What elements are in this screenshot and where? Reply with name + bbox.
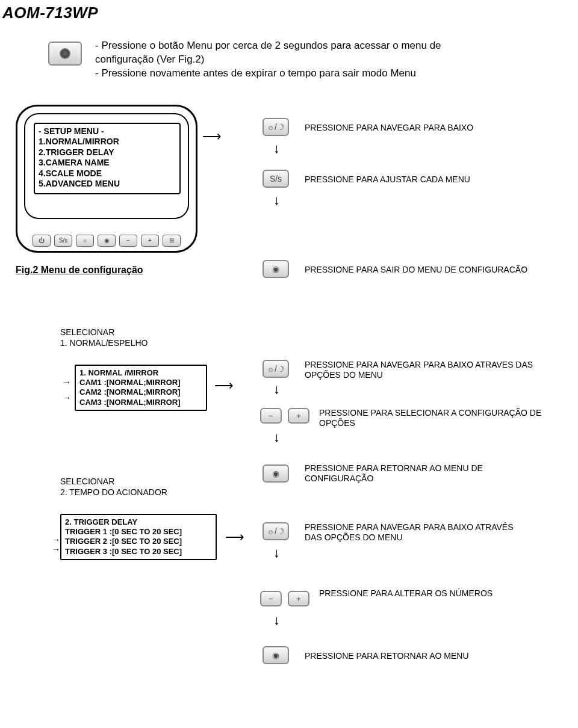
plus-icon: + — [141, 235, 159, 247]
setup-menu-header: - SETUP MENU - — [39, 126, 176, 137]
minus-button-icon: − — [260, 591, 282, 606]
brightness-button-icon: ☼/☽ — [263, 118, 289, 136]
arrow-right-icon: → — [63, 392, 71, 403]
arrow-right-icon: → — [63, 377, 71, 387]
select-item-2: 2. TEMPO DO ACIONADOR — [60, 487, 167, 497]
brightness-icon: ☼ — [76, 235, 94, 247]
intro-text: - Pressione o botão Menu por cerca de 2 … — [95, 39, 468, 81]
select-label-1: SELECIONAR — [60, 327, 114, 337]
menu-icon: ◉ — [98, 235, 116, 247]
legend-select-options: PRESSIONE PARA SELECIONAR A CONFIGURAÇÃO… — [319, 408, 548, 429]
menu-exit-button-icon: ◉ — [263, 260, 289, 278]
ss-button-icon: S/s — [263, 170, 289, 188]
plus-button-icon: + — [288, 408, 309, 424]
arrow-down-icon: ↓ — [273, 141, 280, 156]
power-icon: ⏻ — [33, 235, 51, 247]
intro-block: - Pressione o botão Menu por cerca de 2 … — [48, 39, 578, 81]
nm-cam3: CAM3 :[NORMAL;MIRROR] — [79, 398, 202, 407]
td-2: TRIGGER 2 :[0 SEC TO 20 SEC] — [65, 537, 212, 546]
plus-button-icon: + — [288, 591, 309, 606]
nm-cam2: CAM2 :[NORMAL;MIRROR] — [79, 387, 202, 397]
setup-menu-box: - SETUP MENU - 1.NORMAL/MIRROR 2.TRIGGER… — [34, 123, 181, 194]
setup-menu-item: 2.TRIGGER DELAY — [39, 147, 176, 158]
legend-exit-config: PRESSIONE PARA SAIR DO MENU DE CONFIGURA… — [305, 265, 527, 276]
page-title: AOM-713WP — [0, 0, 578, 22]
figure-caption: Fig.2 Menu de configuração — [16, 265, 143, 276]
td-title: 2. TRIGGER DELAY — [65, 517, 212, 527]
monitor-button-bar: ⏻ S/s ☼ ◉ − + ⊞ — [16, 235, 197, 247]
nm-title: 1. NORMAL /MIRROR — [79, 368, 202, 378]
ss-icon: S/s — [54, 235, 72, 247]
arrow-right-icon: ⟶ — [214, 378, 234, 393]
trigger-delay-box: 2. TRIGGER DELAY TRIGGER 1 :[0 SEC TO 20… — [60, 514, 217, 560]
setup-menu-item: 3.CAMERA NAME — [39, 158, 176, 168]
legend-return-menu: PRESSIONE PARA RETORNAR AO MENU — [305, 651, 469, 662]
grid-icon: ⊞ — [163, 235, 181, 247]
menu-button-icon — [48, 42, 82, 66]
legend-change-numbers: PRESSIONE PARA ALTERAR OS NÚMEROS — [319, 588, 500, 599]
menu-return-button-icon: ◉ — [263, 464, 289, 483]
intro-line-1: - Pressione o botão Menu por cerca de 2 … — [95, 39, 468, 67]
intro-line-2: - Pressione novamente antes de expirar o… — [95, 67, 468, 81]
arrow-down-icon: ↓ — [273, 545, 280, 561]
arrow-right-icon: → — [52, 544, 60, 555]
arrow-down-icon: ↓ — [273, 381, 280, 397]
arrow-down-icon: ↓ — [273, 193, 280, 208]
legend-adjust-menu: PRESSIONE PARA AJUSTAR CADA MENU — [305, 174, 470, 185]
td-1: TRIGGER 1 :[0 SEC TO 20 SEC] — [65, 527, 212, 537]
arrow-down-icon: ↓ — [273, 430, 280, 445]
minus-icon: − — [119, 235, 137, 247]
menu-return-button-icon: ◉ — [263, 646, 289, 664]
diagram-area: - SETUP MENU - 1.NORMAL/MIRROR 2.TRIGGER… — [0, 105, 578, 670]
setup-menu-item: 1.NORMAL/MIRROR — [39, 137, 176, 147]
legend-nav-down: PRESSIONE PARA NAVEGAR PARA BAIXO — [305, 123, 473, 134]
setup-menu-item: 4.SCALE MODE — [39, 168, 176, 179]
normal-mirror-box: 1. NORMAL /MIRROR CAM1 :[NORMAL;MIRROR] … — [75, 365, 207, 411]
legend-nav-options: PRESSIONE PARA NAVEGAR PARA BAIXO ATRAVE… — [305, 360, 533, 381]
arrow-down-icon: ↓ — [273, 612, 280, 628]
arrow-right-icon: ⟶ — [225, 529, 244, 545]
select-item-1: 1. NORMAL/ESPELHO — [60, 338, 148, 348]
legend-return-config: PRESSIONE PARA RETORNAR AO MENU DE CONFI… — [305, 463, 521, 484]
arrow-right-icon: ⟶ — [202, 129, 222, 144]
monitor-frame: - SETUP MENU - 1.NORMAL/MIRROR 2.TRIGGER… — [16, 105, 197, 253]
select-label-2: SELECIONAR — [60, 477, 114, 486]
nm-cam1: CAM1 :[NORMAL;MIRROR] — [79, 378, 202, 387]
brightness-button-icon: ☼/☽ — [263, 360, 289, 378]
minus-button-icon: − — [260, 408, 282, 424]
td-3: TRIGGER 3 :[0 SEC TO 20 SEC] — [65, 547, 212, 557]
brightness-button-icon: ☼/☽ — [263, 522, 289, 540]
setup-menu-item: 5.ADVANCED MENU — [39, 179, 176, 190]
legend-nav-options-2: PRESSIONE PARA NAVEGAR PARA BAIXO ATRAVÉ… — [305, 522, 521, 543]
